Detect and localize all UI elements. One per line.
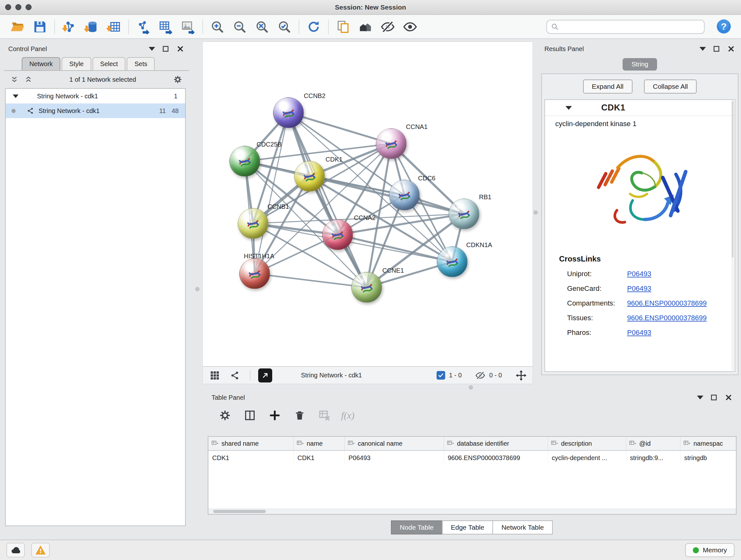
column-header-canonical-name[interactable]: canonical name [345,437,444,450]
crosslink-link[interactable]: P06493 [627,270,651,278]
zoom-fit-button[interactable] [253,17,271,36]
cloud-button[interactable] [6,543,25,557]
crosslink-link[interactable]: P06493 [627,285,651,293]
export-image-button[interactable] [179,17,197,36]
column-header-namespac[interactable]: namespac [680,437,737,450]
tab-style[interactable]: Style [62,57,91,70]
table-cell[interactable]: P06493 [345,451,444,465]
grid-view-button[interactable] [208,368,222,382]
crosslink-link[interactable]: 9606.ENSP00000378699 [627,314,707,322]
panel-menu-icon[interactable] [149,47,155,51]
table-row[interactable]: CDK1CDK1P064939606.ENSP00000378699cyclin… [208,451,736,465]
node-CDKN1A[interactable] [437,246,468,277]
float-panel-icon[interactable] [161,45,170,53]
memory-button[interactable]: Memory [685,543,735,557]
results-scrollbar[interactable] [731,101,734,371]
home-button[interactable] [356,17,374,36]
panel-menu-icon[interactable] [697,395,703,399]
left-splitter-handle[interactable] [195,287,199,291]
save-session-button[interactable] [31,17,49,36]
show-columns-button[interactable] [242,407,258,424]
export-network-button[interactable] [134,17,152,36]
horizontal-splitter-handle[interactable] [469,385,473,389]
node-CCNA2[interactable] [322,219,353,250]
selected-checkbox-icon[interactable] [436,371,445,380]
edge-HIST1H1A-CCNE1[interactable] [255,273,367,287]
close-window-button[interactable] [5,4,11,10]
warning-button[interactable] [31,543,50,557]
minimize-window-button[interactable] [15,4,21,10]
network-options-gear-icon[interactable] [173,75,183,84]
import-network-database-button[interactable] [83,17,100,36]
tab-sets[interactable]: Sets [127,57,155,70]
tab-select[interactable]: Select [92,57,126,70]
node-CDK1[interactable] [294,161,325,192]
zoom-selected-button[interactable] [275,17,293,36]
node-CCNB2[interactable] [273,98,304,128]
collapse-section-icon[interactable] [565,106,572,110]
clear-table-button[interactable] [316,407,333,424]
tab-edge-table[interactable]: Edge Table [442,520,493,535]
table-cell[interactable]: 9606.ENSP00000378699 [444,451,548,465]
hidden-eye-icon[interactable] [475,370,485,381]
help-button[interactable]: ? [716,18,732,35]
create-column-button[interactable] [266,407,283,424]
zoom-in-button[interactable] [208,17,226,36]
table-cell[interactable]: stringdb:9... [626,451,680,465]
edge-CCNB2-HIST1H1A[interactable] [255,113,288,273]
expand-all-button[interactable]: Expand All [583,79,632,94]
import-table-button[interactable] [105,17,123,36]
delete-column-button[interactable] [291,407,308,424]
float-panel-icon[interactable] [712,45,721,53]
column-header-database-identifier[interactable]: database identifier [444,437,548,450]
column-header-description[interactable]: description [548,437,626,450]
table-cell[interactable]: CDK1 [208,451,293,465]
documents-button[interactable] [334,17,352,36]
column-header-name[interactable]: name [293,437,345,450]
network-view-button[interactable] [228,368,242,382]
collapse-all-button[interactable]: Collapse All [644,79,697,94]
right-splitter-handle[interactable] [534,210,538,214]
apply-function-button[interactable]: f(x) [341,410,354,421]
edge-CCNB2-CCNE1[interactable] [288,113,367,287]
scrollbar-thumb[interactable] [213,510,266,513]
apply-layout-button[interactable] [305,17,323,36]
expand-all-icon[interactable] [24,75,32,84]
crosslink-link[interactable]: P06493 [627,328,651,337]
tab-network[interactable]: Network [22,57,60,70]
column-header--id[interactable]: @id [626,437,680,450]
float-panel-icon[interactable] [710,393,718,401]
crosslink-link[interactable]: 9606.ENSP00000378699 [627,299,707,307]
search-input[interactable] [562,23,700,30]
import-network-button[interactable] [60,17,78,36]
show-view-button[interactable] [401,17,419,36]
node-RB1[interactable] [449,199,479,229]
table-cell[interactable]: CDK1 [293,451,345,465]
node-HIST1H1A[interactable] [239,258,270,289]
network-collection-row[interactable]: String Network - cdk1 1 [6,89,185,104]
zoom-window-button[interactable] [25,4,31,10]
tab-string[interactable]: String [623,58,657,71]
table-horizontal-scrollbar[interactable] [208,509,736,514]
table-cell[interactable]: cyclin-dependent ... [548,451,626,465]
network-canvas[interactable]: CCNB2CCNA1CDC25BCDK1CDC6RB1CCNB1CCNA2CDK… [203,42,533,366]
tab-network-table[interactable]: Network Table [492,520,553,535]
birdseye-view-button[interactable] [258,368,272,382]
tab-node-table[interactable]: Node Table [391,520,443,535]
node-CCNE1[interactable] [351,272,382,303]
column-header-shared-name[interactable]: shared name [208,437,293,450]
panel-menu-icon[interactable] [699,47,706,51]
close-panel-icon[interactable] [176,45,185,53]
node-CDC6[interactable] [389,180,420,210]
node-CCNA1[interactable] [376,128,407,159]
node-CCNB1[interactable] [238,208,268,239]
zoom-out-button[interactable] [231,17,249,36]
hide-view-button[interactable] [379,17,397,36]
close-panel-icon[interactable] [724,393,733,401]
export-table-button[interactable] [157,17,175,36]
open-session-button[interactable] [9,17,26,36]
edge-CCNB2-CCNA1[interactable] [288,113,391,144]
pan-move-icon[interactable] [515,370,527,381]
table-options-button[interactable] [217,407,233,424]
network-row[interactable]: String Network - cdk1 11 48 [6,104,185,118]
